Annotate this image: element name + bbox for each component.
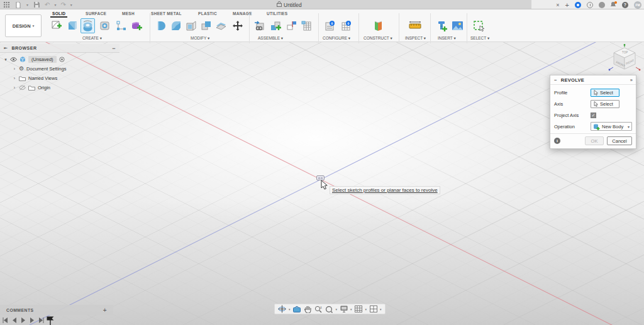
create-3d-sketch-icon[interactable]: [114, 18, 128, 33]
timeline-marker-flag[interactable]: [47, 316, 54, 325]
configuration-doc-icon[interactable]: [323, 18, 338, 33]
dialog-header[interactable]: − REVOLVE »: [550, 75, 636, 85]
redo-caret-icon[interactable]: ▾: [70, 3, 72, 7]
save-icon[interactable]: [33, 1, 40, 8]
browser-item-origin[interactable]: › Origin: [13, 84, 50, 92]
ok-button[interactable]: OK: [585, 136, 604, 145]
comments-bar[interactable]: COMMENTS +: [0, 305, 113, 315]
grid-settings-icon[interactable]: [355, 305, 363, 313]
history-icon[interactable]: [587, 2, 593, 8]
chevron-right-icon[interactable]: ›: [13, 76, 16, 80]
insert-group-label[interactable]: INSERT ▾: [438, 36, 456, 41]
inspect-group-label[interactable]: INSPECT ▾: [405, 36, 426, 41]
extrude-icon[interactable]: [65, 18, 79, 33]
add-comment-button[interactable]: +: [103, 307, 107, 314]
activate-component-radio-icon[interactable]: [59, 57, 65, 62]
document-root-item[interactable]: (Unsaved): [28, 56, 57, 63]
assemble-group-label[interactable]: ASSEMBLE ▾: [258, 36, 283, 41]
tab-solid[interactable]: SOLID: [52, 11, 65, 16]
create-sketch-icon[interactable]: [49, 18, 64, 33]
select-group-label[interactable]: SELECT ▾: [470, 36, 489, 41]
profile-icon[interactable]: [599, 2, 605, 8]
configure-group-label[interactable]: CONFIGURE ▾: [323, 36, 350, 41]
3d-viewport[interactable]: Select sketch profiles or planar faces t…: [0, 42, 644, 325]
play-icon[interactable]: [21, 317, 26, 323]
construction-planes-icon[interactable]: [371, 18, 386, 33]
undo-caret-icon[interactable]: ▾: [54, 3, 56, 7]
press-pull-icon[interactable]: [153, 18, 168, 33]
undo-icon[interactable]: ↶: [45, 2, 50, 8]
fit-icon[interactable]: [325, 305, 333, 313]
chevron-down-icon[interactable]: ▾: [4, 57, 8, 62]
profile-select-button[interactable]: Select: [591, 89, 619, 97]
hidden-eye-icon[interactable]: [19, 85, 26, 91]
app-grid-icon[interactable]: [3, 1, 10, 8]
tab-mesh[interactable]: MESH: [122, 11, 135, 16]
step-back-icon[interactable]: [12, 317, 17, 323]
collapse-panel-icon[interactable]: ⇤: [4, 46, 8, 51]
window-select-icon[interactable]: [472, 18, 486, 33]
browser-item-document-settings[interactable]: › ⚙ Document Settings: [13, 65, 66, 73]
display-caret-icon[interactable]: ▾: [350, 307, 352, 311]
viewports-caret-icon[interactable]: ▾: [380, 307, 382, 311]
browser-item-named-views[interactable]: › Named Views: [13, 74, 57, 82]
construct-group-label[interactable]: CONSTRUCT ▾: [364, 36, 392, 41]
project-axis-checkbox[interactable]: ✓: [591, 113, 596, 118]
fit-caret-icon[interactable]: ▾: [336, 307, 338, 311]
split-body-icon[interactable]: [214, 18, 228, 33]
move-copy-icon[interactable]: [230, 18, 245, 33]
insert-fastener-icon[interactable]: [435, 18, 450, 33]
viewports-icon[interactable]: [369, 305, 377, 313]
minimize-panel-icon[interactable]: −: [112, 45, 116, 52]
go-to-end-icon[interactable]: [38, 317, 44, 323]
step-forward-icon[interactable]: [30, 317, 35, 323]
cancel-button[interactable]: Cancel: [607, 136, 632, 145]
file-menu-caret-icon[interactable]: ▾: [26, 3, 28, 7]
info-icon[interactable]: i: [554, 138, 560, 144]
joint-icon[interactable]: [269, 18, 283, 33]
configuration-table-icon[interactable]: [340, 18, 354, 33]
chevron-right-icon[interactable]: ›: [13, 67, 16, 71]
orbit-caret-icon[interactable]: ▾: [289, 307, 291, 311]
fillet-icon[interactable]: [169, 18, 183, 33]
axis-select-button[interactable]: Select: [591, 100, 619, 108]
pan-icon[interactable]: [304, 305, 312, 313]
hole-icon[interactable]: [97, 18, 112, 33]
close-icon[interactable]: ×: [556, 2, 559, 8]
tab-plastic[interactable]: PLASTIC: [198, 11, 217, 16]
notifications-icon[interactable]: [611, 2, 616, 8]
display-settings-icon[interactable]: [340, 305, 348, 313]
go-to-start-icon[interactable]: [3, 317, 8, 323]
design-workspace-button[interactable]: DESIGN▾: [5, 14, 42, 37]
new-component-icon[interactable]: [253, 18, 267, 33]
chevron-right-icon[interactable]: ›: [13, 85, 16, 90]
job-status-icon[interactable]: [575, 2, 581, 8]
file-icon[interactable]: [14, 1, 22, 8]
revolve-icon[interactable]: [80, 18, 95, 33]
measure-icon[interactable]: [408, 18, 422, 33]
bom-table-icon[interactable]: [299, 18, 314, 33]
avatar[interactable]: FM: [634, 1, 641, 9]
modify-group-label[interactable]: MODIFY ▾: [191, 36, 209, 41]
tab-utilities[interactable]: UTILITIES: [267, 11, 287, 16]
redo-icon[interactable]: ↷: [60, 2, 65, 8]
combine-icon[interactable]: [199, 18, 213, 33]
visibility-eye-icon[interactable]: [10, 57, 17, 62]
insert-canvas-icon[interactable]: [450, 18, 465, 33]
help-icon[interactable]: ?: [622, 2, 628, 8]
collapse-dialog-icon[interactable]: −: [554, 77, 557, 83]
dialog-more-icon[interactable]: »: [630, 77, 632, 83]
view-cube[interactable]: TOP FRONT RIGHT: [605, 44, 644, 75]
tab-sheet-metal[interactable]: SHEET METAL: [151, 11, 182, 16]
orbit-icon[interactable]: [278, 305, 286, 313]
look-at-icon[interactable]: [293, 305, 301, 313]
rigid-group-icon[interactable]: [284, 18, 299, 33]
operation-dropdown[interactable]: New Body ▾: [591, 122, 632, 131]
tab-surface[interactable]: SURFACE: [86, 11, 106, 16]
grid-caret-icon[interactable]: ▾: [365, 307, 367, 311]
shell-icon[interactable]: [184, 18, 198, 33]
new-tab-icon[interactable]: +: [565, 1, 569, 9]
zoom-icon[interactable]: ±: [314, 305, 323, 313]
create-form-icon[interactable]: [130, 18, 144, 33]
create-group-label[interactable]: CREATE ▾: [82, 36, 102, 41]
